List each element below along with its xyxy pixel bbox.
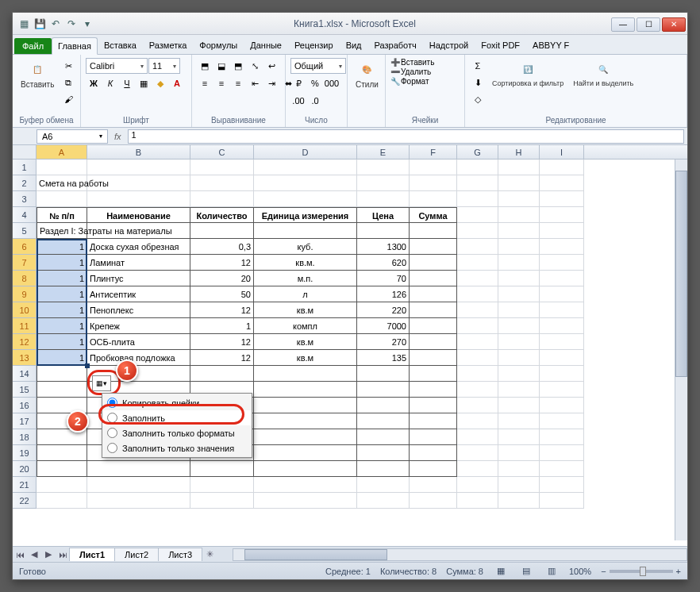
cell-F4[interactable]: Сумма — [410, 207, 457, 223]
cell-A15[interactable] — [37, 382, 87, 398]
cell-B5[interactable] — [87, 223, 190, 239]
cell-F22[interactable] — [410, 493, 457, 509]
underline-button[interactable]: Ч — [119, 75, 135, 91]
cell-B2[interactable] — [87, 175, 190, 191]
cell-F8[interactable] — [410, 271, 457, 286]
paste-button[interactable]: 📋 Вставить — [17, 58, 57, 90]
cell-C2[interactable] — [190, 175, 254, 191]
cell-F11[interactable] — [410, 318, 457, 334]
cell-A11[interactable]: 1 — [37, 318, 87, 334]
cell-A19[interactable] — [37, 445, 87, 461]
row-header-8[interactable]: 8 — [13, 271, 37, 286]
cell-I10[interactable] — [540, 302, 584, 318]
cell-D15[interactable] — [254, 382, 357, 398]
cell-A21[interactable] — [37, 477, 87, 493]
row-header-20[interactable]: 20 — [13, 461, 37, 477]
h-scroll-thumb[interactable] — [244, 549, 387, 560]
cell-D5[interactable] — [254, 223, 357, 239]
cell-H14[interactable] — [498, 366, 540, 382]
cell-B12[interactable]: ОСБ-плита — [87, 334, 190, 350]
cell-E18[interactable] — [357, 429, 410, 445]
cell-G18[interactable] — [457, 429, 498, 445]
cell-F1[interactable] — [410, 160, 457, 175]
bold-button[interactable]: Ж — [86, 75, 102, 91]
v-scroll-thumb[interactable] — [675, 171, 687, 377]
indent-inc-icon[interactable]: ⇥ — [263, 75, 279, 91]
cell-C12[interactable]: 12 — [190, 334, 254, 350]
cell-A3[interactable] — [37, 191, 87, 207]
row-header-2[interactable]: 2 — [13, 175, 37, 191]
cell-D14[interactable] — [254, 366, 357, 382]
cell-H20[interactable] — [498, 461, 540, 477]
cell-F19[interactable] — [410, 445, 457, 461]
cell-H9[interactable] — [498, 286, 540, 302]
menu-fill-formats[interactable]: Заполнить только форматы — [102, 425, 252, 440]
cell-G14[interactable] — [457, 366, 498, 382]
sheet-tab-2[interactable]: Лист2 — [114, 548, 159, 561]
cell-I22[interactable] — [540, 493, 584, 509]
redo-icon[interactable]: ↷ — [65, 17, 78, 30]
cell-I9[interactable] — [540, 286, 584, 302]
menu-copy-cells[interactable]: Копировать ячейки — [102, 395, 252, 410]
cell-D9[interactable]: л — [254, 286, 357, 302]
cell-I6[interactable] — [540, 239, 584, 255]
select-all-corner[interactable] — [13, 145, 37, 159]
row-header-11[interactable]: 11 — [13, 318, 37, 334]
cell-E11[interactable]: 7000 — [357, 318, 410, 334]
cell-H17[interactable] — [498, 413, 540, 429]
cell-B11[interactable]: Крепеж — [87, 318, 190, 334]
cell-D19[interactable] — [254, 445, 357, 461]
cell-E7[interactable]: 620 — [357, 255, 410, 271]
cell-E10[interactable]: 220 — [357, 302, 410, 318]
fx-icon[interactable]: fx — [108, 132, 128, 141]
cell-D12[interactable]: кв.м — [254, 334, 357, 350]
align-middle-icon[interactable]: ⬓ — [213, 58, 229, 74]
cell-F14[interactable] — [410, 366, 457, 382]
cell-I3[interactable] — [540, 191, 584, 207]
cell-B20[interactable] — [87, 461, 190, 477]
row-header-19[interactable]: 19 — [13, 445, 37, 461]
cell-C20[interactable] — [190, 461, 254, 477]
zoom-knob[interactable] — [640, 567, 646, 576]
cell-C7[interactable]: 12 — [190, 255, 254, 271]
autosum-icon[interactable]: Σ — [470, 58, 486, 74]
number-format-combo[interactable]: Общий▾ — [290, 58, 346, 74]
new-sheet-icon[interactable]: ✳ — [202, 548, 217, 562]
dec-decimal-icon[interactable]: .0 — [307, 93, 323, 109]
cell-H15[interactable] — [498, 382, 540, 398]
cell-D20[interactable] — [254, 461, 357, 477]
cell-G5[interactable] — [457, 223, 498, 239]
cell-I1[interactable] — [540, 160, 584, 175]
cell-G22[interactable] — [457, 493, 498, 509]
tab-formulas[interactable]: Формулы — [193, 37, 244, 54]
cell-E3[interactable] — [357, 191, 410, 207]
font-name-combo[interactable]: Calibri▾ — [86, 58, 148, 74]
radio-values[interactable] — [107, 443, 117, 453]
menu-fill-series[interactable]: Заполнить — [102, 410, 252, 425]
cell-I8[interactable] — [540, 271, 584, 286]
row-header-1[interactable]: 1 — [13, 160, 37, 175]
cell-I5[interactable] — [540, 223, 584, 239]
orientation-icon[interactable]: ⤡ — [247, 58, 263, 74]
cell-F18[interactable] — [410, 429, 457, 445]
cell-G17[interactable] — [457, 413, 498, 429]
cell-D1[interactable] — [254, 160, 357, 175]
cell-F16[interactable] — [410, 398, 457, 413]
col-header-G[interactable]: G — [457, 145, 498, 159]
cell-A4[interactable]: № п/п — [37, 207, 87, 223]
cell-C3[interactable] — [190, 191, 254, 207]
cell-D16[interactable] — [254, 398, 357, 413]
cell-G11[interactable] — [457, 318, 498, 334]
tab-home[interactable]: Главная — [52, 37, 98, 55]
cell-D13[interactable]: кв.м — [254, 350, 357, 366]
row-header-18[interactable]: 18 — [13, 429, 37, 445]
row-header-5[interactable]: 5 — [13, 223, 37, 239]
find-select-button[interactable]: 🔍 Найти и выделить — [570, 58, 637, 90]
cell-G8[interactable] — [457, 271, 498, 286]
cell-D8[interactable]: м.п. — [254, 271, 357, 286]
cell-D21[interactable] — [254, 477, 357, 493]
align-left-icon[interactable]: ≡ — [197, 75, 213, 91]
vertical-scrollbar[interactable] — [675, 160, 687, 540]
cell-I16[interactable] — [540, 398, 584, 413]
cell-D7[interactable]: кв.м. — [254, 255, 357, 271]
